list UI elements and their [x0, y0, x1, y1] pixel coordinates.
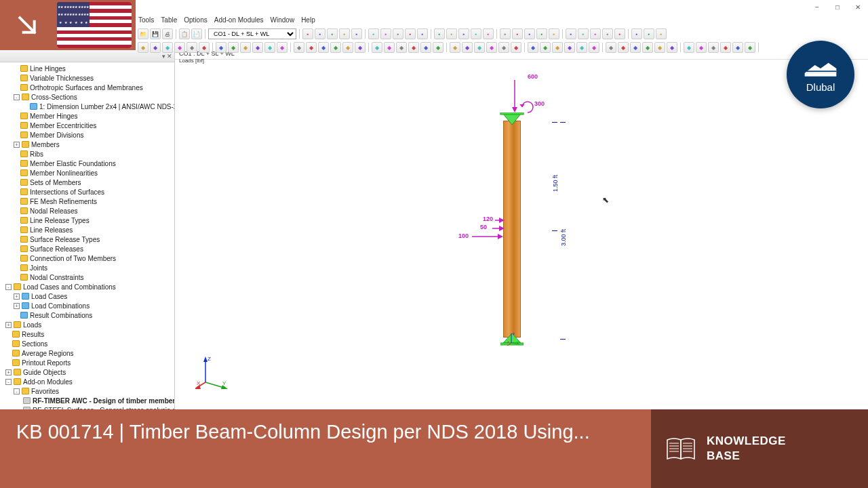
tool-b-6[interactable]: ◆: [216, 42, 226, 53]
tree-item[interactable]: Orthotropic Surfaces and Membranes: [0, 83, 174, 92]
expand-icon[interactable]: +: [5, 369, 12, 375]
tree-item[interactable]: Member Divisions: [0, 130, 174, 140]
tool-b-34[interactable]: ◆: [576, 42, 587, 53]
tree-item[interactable]: Printout Reports: [0, 358, 174, 367]
tree-item[interactable]: +Load Combinations: [0, 301, 174, 310]
tool-b-1[interactable]: ◆: [150, 42, 161, 53]
tool-b-3[interactable]: ◆: [174, 42, 185, 53]
tool-b-24[interactable]: ◆: [450, 42, 460, 53]
tool-a-26[interactable]: ▪: [644, 28, 654, 39]
tree-item[interactable]: -Add-on Modules: [0, 377, 174, 386]
tool-b-0[interactable]: ◆: [138, 42, 149, 53]
tree-item[interactable]: Surface Releases: [0, 244, 174, 253]
tool-a-3[interactable]: ▪: [339, 28, 350, 39]
tree-item[interactable]: Member Eccentricities: [0, 121, 174, 130]
tree-item[interactable]: Nodal Constraints: [0, 272, 174, 282]
menu-options[interactable]: Options: [184, 16, 207, 27]
tool-a-25[interactable]: ▪: [631, 28, 642, 39]
tool-a-17[interactable]: ▪: [524, 28, 535, 39]
tool-b-45[interactable]: ◆: [720, 42, 731, 53]
tool-b-42[interactable]: ◆: [684, 42, 694, 53]
maximize-button[interactable]: □: [827, 0, 848, 14]
tool-b-38[interactable]: ◆: [630, 42, 641, 53]
tool-a-22[interactable]: ▪: [590, 28, 601, 39]
tool-b-37[interactable]: ◆: [618, 42, 629, 53]
tool-b-41[interactable]: ◆: [667, 42, 677, 53]
tool-b-28[interactable]: ◆: [498, 42, 509, 53]
tool-a-16[interactable]: ▪: [512, 28, 523, 39]
tool-a-1[interactable]: ▪: [315, 28, 326, 39]
timber-column[interactable]: [503, 121, 521, 338]
tool-b-31[interactable]: ◆: [540, 42, 551, 53]
tree-item[interactable]: Sections: [0, 339, 174, 348]
navigator-tree[interactable]: Line HingesVariable ThicknessesOrthotrop…: [0, 62, 174, 409]
tool-b-22[interactable]: ◆: [420, 42, 431, 53]
collapse-icon[interactable]: -: [5, 379, 12, 385]
collapse-icon[interactable]: -: [5, 284, 12, 290]
tool-b-47[interactable]: ◆: [745, 42, 755, 53]
tool-b-8[interactable]: ◆: [240, 42, 251, 53]
tool-b-30[interactable]: ◆: [528, 42, 538, 53]
tree-item[interactable]: Average Regions: [0, 348, 174, 358]
tree-item[interactable]: -Favorites: [0, 386, 174, 396]
tool-b-17[interactable]: ◆: [355, 42, 366, 53]
tool-a-21[interactable]: ▪: [578, 28, 589, 39]
model-area[interactable]: 1.50 ft 3.00 ft 600 300 120 50 100 Z Y X…: [175, 60, 868, 409]
tool-a-18[interactable]: ▪: [536, 28, 547, 39]
tree-item[interactable]: Line Hinges: [0, 64, 174, 73]
tool-b-35[interactable]: ◆: [589, 42, 599, 53]
tree-item[interactable]: Sets of Members: [0, 178, 174, 187]
expand-icon[interactable]: +: [14, 293, 20, 300]
tool-b-46[interactable]: ◆: [732, 42, 743, 53]
tree-item[interactable]: +Loads: [0, 320, 174, 329]
tool-b-18[interactable]: ◆: [372, 42, 382, 53]
tool-a-23[interactable]: ▪: [602, 28, 613, 39]
tree-item[interactable]: 1: Dimension Lumber 2x4 | ANSI/AWC NDS-2…: [0, 102, 174, 111]
tool-a-14[interactable]: ▪: [483, 28, 494, 39]
tool-a-0[interactable]: ▪: [302, 28, 313, 39]
tree-item[interactable]: Nodal Releases: [0, 206, 174, 216]
tree-item[interactable]: +Load Cases: [0, 291, 174, 301]
tool-1[interactable]: 💾: [150, 28, 161, 39]
minimize-button[interactable]: −: [807, 0, 827, 14]
tool-b-19[interactable]: ◆: [384, 42, 395, 53]
tree-item[interactable]: -Cross-Sections: [0, 92, 174, 102]
tool-b-44[interactable]: ◆: [708, 42, 719, 53]
tree-item[interactable]: Results: [0, 329, 174, 339]
tree-item[interactable]: Joints: [0, 263, 174, 272]
tree-item[interactable]: Intersections of Surfaces: [0, 187, 174, 197]
tool-a-4[interactable]: ▪: [351, 28, 362, 39]
tool-a-5[interactable]: ▪: [368, 28, 379, 39]
tool-b-5[interactable]: ◆: [199, 42, 210, 53]
tree-item[interactable]: -Load Cases and Combinations: [0, 282, 174, 291]
tool-a-15[interactable]: ▪: [500, 28, 511, 39]
expand-icon[interactable]: +: [14, 142, 20, 148]
tool-b-12[interactable]: ◆: [294, 42, 304, 53]
tool-b-21[interactable]: ◆: [408, 42, 419, 53]
tool-b-23[interactable]: ◆: [433, 42, 443, 53]
tool-b-36[interactable]: ◆: [606, 42, 616, 53]
collapse-icon[interactable]: -: [14, 94, 20, 100]
model-viewport[interactable]: CO1 : DL + SL + WL Loads [lbf] 1.50 ft 3…: [175, 50, 868, 409]
tree-item[interactable]: Connection of Two Members: [0, 253, 174, 263]
tool-b-25[interactable]: ◆: [462, 42, 473, 53]
tool-2[interactable]: 🖨: [162, 28, 173, 39]
tool-b-43[interactable]: ◆: [696, 42, 707, 53]
tool-b-32[interactable]: ◆: [552, 42, 563, 53]
tool-doc-1[interactable]: 📄: [191, 28, 202, 39]
tool-b-11[interactable]: ◆: [277, 42, 288, 53]
tree-item[interactable]: RF-TIMBER AWC - Design of timber members: [0, 396, 174, 405]
tree-item[interactable]: +Guide Objects: [0, 367, 174, 377]
tool-b-33[interactable]: ◆: [564, 42, 575, 53]
tool-b-7[interactable]: ◆: [228, 42, 239, 53]
tool-b-39[interactable]: ◆: [642, 42, 653, 53]
tree-item[interactable]: Member Hinges: [0, 111, 174, 121]
menu-tools[interactable]: Tools: [138, 16, 154, 27]
menu-help[interactable]: Help: [301, 16, 315, 27]
tree-item[interactable]: Ribs: [0, 149, 174, 159]
tool-b-29[interactable]: ◆: [511, 42, 521, 53]
tool-b-16[interactable]: ◆: [342, 42, 353, 53]
tool-a-19[interactable]: ▪: [549, 28, 559, 39]
tree-item[interactable]: Member Nonlinearities: [0, 168, 174, 178]
tool-a-6[interactable]: ▪: [380, 28, 391, 39]
